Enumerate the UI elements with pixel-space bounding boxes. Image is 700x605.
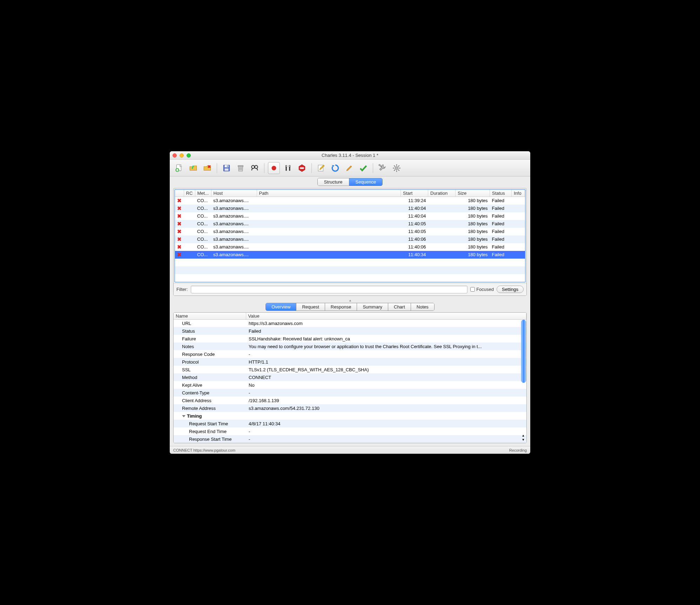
failed-icon: ✖ — [177, 252, 182, 258]
focused-checkbox[interactable]: Focused — [470, 287, 494, 292]
svg-point-18 — [395, 166, 398, 169]
failed-icon: ✖ — [177, 228, 182, 234]
col-header-size[interactable]: Size — [456, 190, 490, 197]
col-header-start[interactable]: Start — [401, 190, 428, 197]
focused-checkbox-input[interactable] — [470, 287, 475, 292]
col-header-icon[interactable] — [175, 190, 184, 197]
detail-row[interactable]: StatusFailed — [174, 327, 526, 335]
detail-row[interactable]: Timing — [174, 412, 526, 420]
detail-row[interactable]: Request Start Time4/8/17 11:40:34 — [174, 420, 526, 427]
settings-button[interactable] — [391, 162, 403, 174]
minimize-window-button[interactable] — [180, 153, 184, 158]
svg-rect-13 — [289, 165, 290, 167]
detail-col-name[interactable]: Name — [174, 313, 246, 320]
detail-row[interactable]: Response Start Time- — [174, 435, 526, 443]
close-window-button[interactable] — [173, 153, 177, 158]
tab-structure[interactable]: Structure — [318, 178, 349, 186]
detail-tab-request[interactable]: Request — [296, 303, 324, 311]
breakpoints-button[interactable] — [296, 162, 308, 174]
focused-label: Focused — [476, 287, 494, 292]
table-row[interactable]: ✖CO...s3.amazonaws....11:40:05180 bytesF… — [175, 220, 525, 228]
failed-icon: ✖ — [177, 198, 182, 204]
detail-table[interactable]: Name Value URLhttps://s3.amazonaws.comSt… — [174, 313, 526, 443]
table-row-empty — [175, 274, 525, 282]
toolbar-separator — [311, 163, 312, 173]
tab-sequence[interactable]: Sequence — [349, 178, 383, 186]
svg-rect-11 — [286, 165, 287, 167]
detail-tab-summary[interactable]: Summary — [357, 303, 388, 311]
compose-button[interactable] — [315, 162, 327, 174]
status-left: CONNECT https://www.pgatour.com — [173, 448, 235, 452]
detail-tab-chart[interactable]: Chart — [388, 303, 411, 311]
col-header-method[interactable]: Met... — [195, 190, 211, 197]
detail-row[interactable]: Content-Type- — [174, 389, 526, 397]
svg-rect-15 — [300, 167, 304, 168]
col-header-rc[interactable]: RC — [184, 190, 195, 197]
tools-button[interactable] — [377, 162, 389, 174]
validate-button[interactable] — [357, 162, 369, 174]
detail-tab-response[interactable]: Response — [325, 303, 357, 311]
repeat-button[interactable] — [329, 162, 341, 174]
record-button[interactable] — [268, 162, 280, 174]
status-right: Recording — [509, 448, 527, 452]
close-session-button[interactable] — [201, 162, 213, 174]
table-row[interactable]: ✖CO...s3.amazonaws....11:40:06180 bytesF… — [175, 243, 525, 251]
table-row[interactable]: ✖CO...s3.amazonaws....11:39:24180 bytesF… — [175, 197, 525, 205]
app-window: Charles 3.11.4 - Session 1 * Structure S… — [170, 151, 530, 454]
detail-row[interactable]: Remote Addresss3.amazonaws.com/54.231.72… — [174, 404, 526, 412]
failed-icon: ✖ — [177, 213, 182, 219]
detail-tabs: OverviewRequestResponseSummaryChartNotes — [170, 302, 530, 312]
filter-bar: Filter: Focused Settings — [174, 283, 526, 295]
titlebar[interactable]: Charles 3.11.4 - Session 1 * — [170, 151, 530, 160]
col-header-status[interactable]: Status — [490, 190, 512, 197]
status-bar: CONNECT https://www.pgatour.com Recordin… — [170, 446, 530, 454]
splitter[interactable]: ▴ — [170, 299, 530, 302]
edit-button[interactable] — [343, 162, 355, 174]
svg-point-9 — [272, 166, 276, 170]
trash-button[interactable] — [235, 162, 247, 174]
col-header-host[interactable]: Host — [211, 190, 257, 197]
sequence-table[interactable]: RC Met... Host Path Start Duration Size … — [175, 190, 525, 282]
filter-input[interactable] — [191, 286, 468, 293]
save-button[interactable] — [221, 162, 233, 174]
detail-col-value[interactable]: Value — [246, 313, 526, 320]
table-row[interactable]: ✖CO...s3.amazonaws....11:40:05180 bytesF… — [175, 228, 525, 235]
col-header-path[interactable]: Path — [257, 190, 401, 197]
detail-tab-notes[interactable]: Notes — [411, 303, 434, 311]
col-header-duration[interactable]: Duration — [428, 190, 456, 197]
failed-icon: ✖ — [177, 236, 182, 242]
detail-row[interactable]: Client Address/192.168.1.139 — [174, 397, 526, 404]
table-row[interactable]: ✖CO...s3.amazonaws....11:40:34180 bytesF… — [175, 251, 525, 259]
detail-row[interactable]: Request End Time- — [174, 427, 526, 435]
table-row[interactable]: ✖CO...s3.amazonaws....11:40:04180 bytesF… — [175, 205, 525, 212]
new-session-button[interactable] — [173, 162, 185, 174]
find-button[interactable] — [249, 162, 261, 174]
open-button[interactable] — [187, 162, 199, 174]
detail-tab-overview[interactable]: Overview — [266, 303, 296, 311]
detail-row[interactable]: URLhttps://s3.amazonaws.com — [174, 319, 526, 327]
scrollbar-thumb[interactable] — [521, 320, 526, 383]
detail-header-row: Name Value — [174, 313, 526, 320]
filter-label: Filter: — [176, 287, 188, 292]
detail-row[interactable]: NotesYou may need to configure your brow… — [174, 343, 526, 350]
zoom-window-button[interactable] — [187, 153, 191, 158]
table-row[interactable]: ✖CO...s3.amazonaws....11:40:06180 bytesF… — [175, 235, 525, 243]
failed-icon: ✖ — [177, 205, 182, 211]
table-header-row[interactable]: RC Met... Host Path Start Duration Size … — [175, 190, 525, 197]
col-header-info[interactable]: Info — [512, 190, 525, 197]
detail-row[interactable]: SSLTLSv1.2 (TLS_ECDHE_RSA_WITH_AES_128_C… — [174, 366, 526, 373]
failed-icon: ✖ — [177, 221, 182, 227]
detail-row[interactable]: FailureSSLHandshake: Received fatal aler… — [174, 335, 526, 343]
table-row-empty — [175, 266, 525, 274]
detail-row[interactable]: MethodCONNECT — [174, 373, 526, 381]
detail-row[interactable]: Kept AliveNo — [174, 381, 526, 389]
detail-row[interactable]: ProtocolHTTP/1.1 — [174, 358, 526, 366]
table-row[interactable]: ✖CO...s3.amazonaws....11:40:04180 bytesF… — [175, 212, 525, 220]
scroll-steppers[interactable]: ▲▼ — [521, 434, 526, 442]
sequence-pane: RC Met... Host Path Start Duration Size … — [173, 188, 527, 296]
detail-row[interactable]: Response Code- — [174, 350, 526, 358]
filter-settings-button[interactable]: Settings — [497, 286, 524, 293]
throttle-button[interactable] — [282, 162, 294, 174]
svg-rect-5 — [225, 168, 229, 171]
disclosure-triangle-icon[interactable] — [182, 415, 186, 417]
